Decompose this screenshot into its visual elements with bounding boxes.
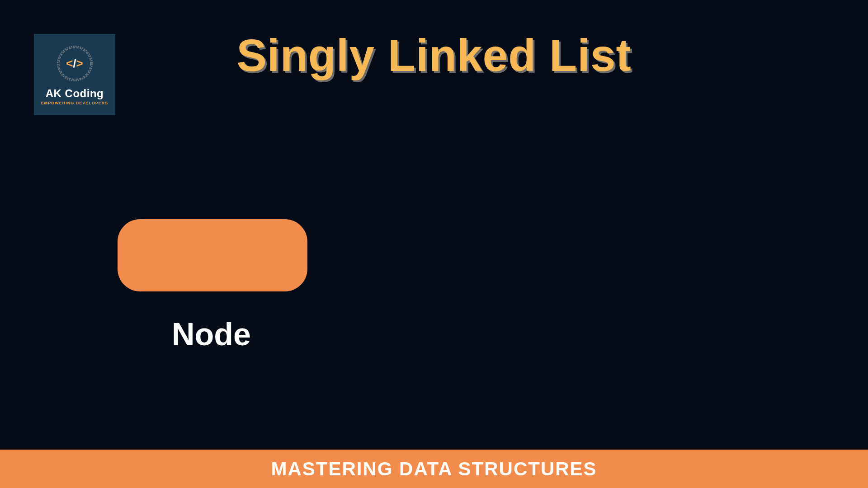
logo-container: </> AK Coding EMPOWERING DEVELOPERS (34, 34, 115, 115)
logo-subtitle: EMPOWERING DEVELOPERS (41, 101, 108, 105)
logo-circle: </> (56, 44, 94, 83)
node-label: Node (172, 316, 251, 352)
node-shape (118, 219, 307, 291)
logo-code-icon: </> (66, 56, 83, 70)
page-title: Singly Linked List (236, 29, 632, 81)
logo-title: AK Coding (46, 87, 104, 100)
footer-text: MASTERING DATA STRUCTURES (271, 458, 597, 480)
footer-bar: MASTERING DATA STRUCTURES (0, 450, 868, 488)
